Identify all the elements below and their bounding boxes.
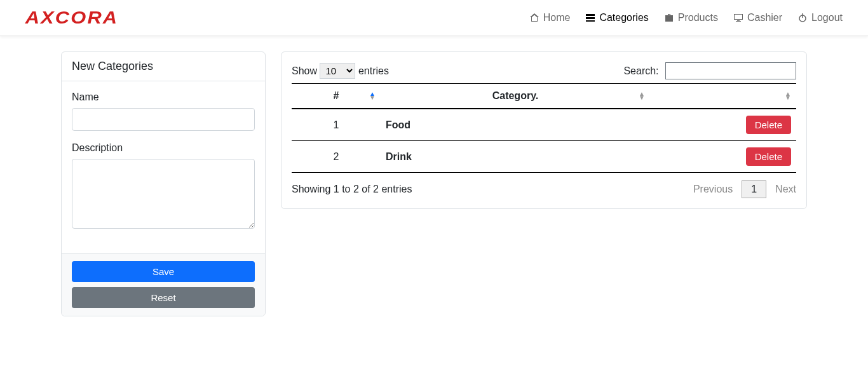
table-row: 1FoodDelete [292,109,796,141]
reset-button[interactable]: Reset [72,287,255,308]
categories-table-card: Show 102550100 entries Search: # ▲▼ Cate… [281,51,807,209]
pagination: Previous 1 Next [693,180,796,198]
description-label: Description [72,142,255,154]
nav-logout[interactable]: Logout [797,12,843,24]
prev-page[interactable]: Previous [693,184,733,195]
row-index: 1 [292,109,381,141]
nav-home[interactable]: Home [529,12,571,24]
sort-asc-icon: ▲▼ [369,92,376,100]
svg-rect-0 [586,14,595,16]
col-category[interactable]: Category. ▲▼ [381,84,650,109]
nav-categories[interactable]: Categories [585,12,648,24]
entries-length: Show 102550100 entries [292,63,389,79]
nav-cashier-label: Cashier [747,12,782,24]
power-icon [797,13,808,23]
list-icon [585,13,595,23]
description-input[interactable] [72,159,255,229]
categories-table: # ▲▼ Category. ▲▼ ▲▼ 1FoodDelete2DrinkDe… [292,83,796,173]
search-wrap: Search: [623,62,796,79]
name-input[interactable] [72,108,255,131]
nav-products-label: Products [678,12,718,24]
monitor-icon [733,13,743,23]
row-category: Food [381,109,650,141]
next-page[interactable]: Next [775,184,796,195]
name-label: Name [72,91,255,103]
sort-icon: ▲▼ [639,92,645,100]
length-select[interactable]: 102550100 [320,63,355,79]
svg-rect-1 [586,17,595,19]
table-info: Showing 1 to 2 of 2 entries [292,184,412,195]
delete-button[interactable]: Delete [746,116,791,134]
show-label: Show [292,65,317,76]
table-row: 2DrinkDelete [292,141,796,173]
search-label: Search: [623,65,658,76]
nav-categories-label: Categories [599,12,648,24]
search-input[interactable] [665,62,796,79]
home-icon [529,13,539,23]
nav-products[interactable]: Products [664,12,718,24]
card-title: New Categories [62,52,265,81]
briefcase-icon [664,13,674,23]
entries-label: entries [358,65,389,76]
brand-logo: AXCORA [21,8,118,28]
col-index[interactable]: # ▲▼ [292,84,381,109]
page-1[interactable]: 1 [742,180,766,198]
nav-cashier[interactable]: Cashier [733,12,782,24]
sort-icon: ▲▼ [785,92,791,100]
nav-logout-label: Logout [811,12,843,24]
save-button[interactable]: Save [72,261,255,282]
nav-home-label: Home [543,12,571,24]
main-nav: Home Categories Products Cashier Logout [529,12,843,24]
col-action[interactable]: ▲▼ [650,84,796,109]
delete-button[interactable]: Delete [746,147,791,166]
new-category-card: New Categories Name Description Save Res… [61,51,266,316]
svg-rect-2 [586,20,595,22]
row-category: Drink [381,141,650,173]
row-index: 2 [292,141,381,173]
